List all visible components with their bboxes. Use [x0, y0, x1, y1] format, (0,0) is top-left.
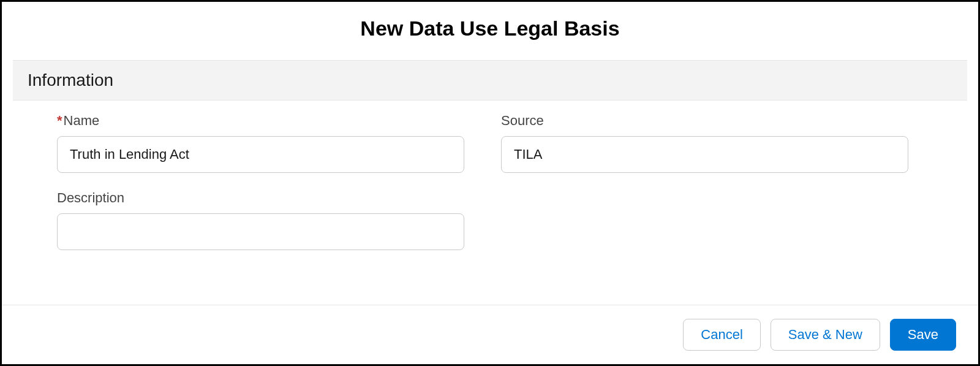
- modal-title: New Data Use Legal Basis: [14, 17, 966, 40]
- form-col-right: Source: [501, 113, 908, 267]
- name-label-text: Name: [64, 113, 100, 128]
- modal-header: New Data Use Legal Basis: [2, 2, 978, 60]
- modal-footer: Cancel Save & New Save: [2, 305, 978, 364]
- cancel-button[interactable]: Cancel: [683, 319, 760, 351]
- description-label: Description: [57, 190, 464, 206]
- save-button[interactable]: Save: [890, 319, 956, 351]
- source-input[interactable]: [501, 136, 908, 173]
- form-row-1: *Name Description Source: [26, 113, 954, 267]
- new-legal-basis-modal: New Data Use Legal Basis Information *Na…: [0, 0, 980, 366]
- field-group-source: Source: [501, 113, 908, 173]
- section-header-information: Information: [13, 60, 967, 101]
- name-label: *Name: [57, 113, 464, 129]
- field-group-name: *Name: [57, 113, 464, 173]
- save-and-new-button[interactable]: Save & New: [771, 319, 880, 351]
- field-group-description: Description: [57, 190, 464, 250]
- name-input[interactable]: [57, 136, 464, 173]
- required-asterisk-icon: *: [57, 113, 62, 128]
- source-label: Source: [501, 113, 908, 129]
- description-input[interactable]: [57, 213, 464, 250]
- form-body: *Name Description Source: [2, 101, 978, 305]
- form-col-left: *Name Description: [57, 113, 464, 267]
- section-title: Information: [28, 71, 952, 90]
